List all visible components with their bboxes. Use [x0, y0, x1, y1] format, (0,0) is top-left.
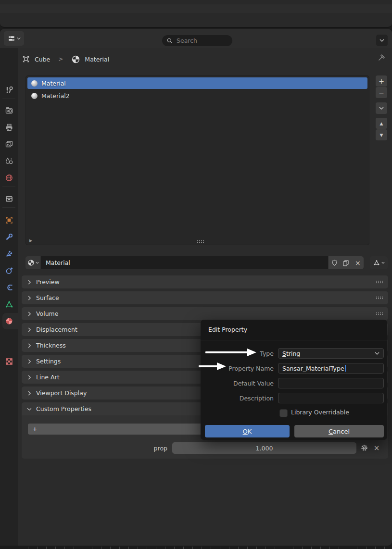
type-value: String [282, 350, 300, 357]
property-name-label: Property Name [201, 363, 274, 374]
tab-collection[interactable] [0, 190, 18, 207]
material-icon [27, 259, 35, 266]
new-material-button[interactable] [340, 256, 352, 269]
tab-scene[interactable] [0, 153, 18, 169]
material-icon [71, 55, 80, 64]
blender-window: Search [0, 0, 392, 549]
cancel-button[interactable]: Cancel [294, 425, 384, 437]
custom-prop-value-field[interactable]: 1.000 [172, 442, 356, 454]
chevron-down-icon [379, 38, 384, 42]
unlink-material-button[interactable]: × [352, 256, 364, 269]
library-overridable-checkbox[interactable] [279, 409, 288, 417]
tab-output[interactable] [0, 119, 18, 136]
default-value-label: Default Value [201, 378, 274, 388]
search-input[interactable]: Search [162, 35, 232, 46]
prop-settings-button[interactable] [360, 443, 369, 452]
tab-world[interactable] [0, 170, 18, 186]
fake-user-button[interactable] [329, 256, 340, 269]
plus-icon: + [32, 425, 38, 433]
copy-icon [342, 259, 350, 267]
property-name-value: Sansar_MaterialType [282, 365, 344, 372]
ok-label: OK [243, 428, 252, 435]
material-slot-row[interactable]: Material [27, 77, 367, 89]
tab-object-data[interactable] [0, 296, 18, 312]
default-value-input[interactable] [278, 378, 384, 388]
chevron-right-icon [26, 295, 33, 301]
panel-drag-grip-icon[interactable] [376, 296, 384, 299]
chevron-right-icon [26, 358, 33, 365]
pin-icon[interactable] [377, 53, 386, 62]
material-slot-row[interactable]: Material2 [27, 90, 367, 101]
physics-icon [5, 266, 13, 275]
tab-view-layer[interactable] [0, 136, 18, 152]
search-placeholder: Search [177, 37, 197, 44]
material-sphere-icon [5, 317, 13, 325]
text-cursor [345, 365, 346, 372]
mesh-link-icon [373, 259, 380, 267]
close-icon: × [355, 259, 361, 267]
add-slot-button[interactable]: + [376, 75, 387, 87]
panel-surface[interactable]: Surface [22, 291, 388, 304]
move-slot-up-button[interactable]: ▲ [376, 118, 387, 129]
tab-object[interactable] [0, 212, 18, 228]
chevron-down-icon [36, 261, 39, 264]
sidebar-separator [2, 99, 15, 99]
tab-texture[interactable] [0, 353, 18, 370]
remove-slot-button[interactable]: − [376, 87, 387, 98]
tab-particles[interactable] [0, 246, 18, 262]
list-resize-grip-icon[interactable] [197, 240, 205, 243]
material-name-field[interactable]: Material [41, 256, 328, 269]
material-browse-button[interactable] [25, 256, 40, 269]
chevron-right-icon [26, 374, 33, 381]
panel-volume[interactable]: Volume [22, 307, 388, 320]
tab-physics[interactable] [0, 262, 18, 279]
gear-icon [360, 443, 369, 452]
chevron-right-icon [26, 326, 33, 333]
dialog-title: Edit Property [208, 326, 247, 333]
top-editor-band [0, 4, 392, 13]
slot-label: Material [41, 80, 66, 87]
tab-tool[interactable] [0, 82, 18, 98]
editor-type-button[interactable] [4, 31, 24, 46]
description-label: Description [201, 393, 274, 403]
properties-editor-header: Search [0, 29, 392, 48]
delete-prop-button[interactable]: × [372, 443, 381, 453]
tool-icon [5, 86, 13, 94]
breadcrumb-object[interactable]: Cube [35, 56, 50, 63]
slot-specials-button[interactable] [376, 102, 387, 114]
panel-label: Volume [36, 310, 59, 317]
chevron-right-icon [26, 279, 33, 286]
properties-editor: Search [0, 29, 392, 546]
annotation-arrowhead [217, 362, 226, 370]
tab-material[interactable] [0, 313, 18, 329]
chevron-down-icon [375, 351, 379, 355]
panel-label: Thickness [36, 342, 66, 349]
dialog-separator [201, 340, 387, 340]
tab-constraints[interactable] [0, 279, 18, 296]
texture-checker-icon [5, 357, 13, 366]
list-collapse-icon[interactable]: ▶ [29, 238, 32, 243]
property-name-input[interactable]: Sansar_MaterialType [278, 363, 384, 374]
panel-drag-grip-icon[interactable] [376, 280, 384, 284]
view-layer-icon [5, 140, 13, 149]
description-input[interactable] [278, 393, 384, 403]
type-dropdown[interactable]: String [278, 348, 384, 359]
tab-render[interactable] [0, 102, 18, 119]
search-icon [166, 37, 173, 44]
header-menu-button[interactable] [376, 35, 388, 46]
properties-tab-sidebar [0, 48, 18, 546]
annotation-arrow-property-name [199, 365, 217, 367]
breadcrumb-data[interactable]: Material [85, 56, 109, 63]
move-slot-down-button[interactable]: ▼ [376, 129, 387, 140]
ok-button[interactable]: OK [205, 425, 290, 437]
panel-label: Surface [36, 294, 59, 301]
annotation-arrow-type [205, 351, 248, 353]
panel-drag-grip-icon[interactable] [376, 312, 384, 315]
type-label: Type [201, 348, 274, 359]
properties-editor-icon [7, 34, 16, 43]
timeline-strip [0, 546, 392, 549]
tab-modifiers[interactable] [0, 229, 18, 245]
chevron-down-icon [26, 406, 33, 412]
link-material-dropdown[interactable] [370, 256, 388, 269]
panel-preview[interactable]: Preview [22, 275, 388, 288]
